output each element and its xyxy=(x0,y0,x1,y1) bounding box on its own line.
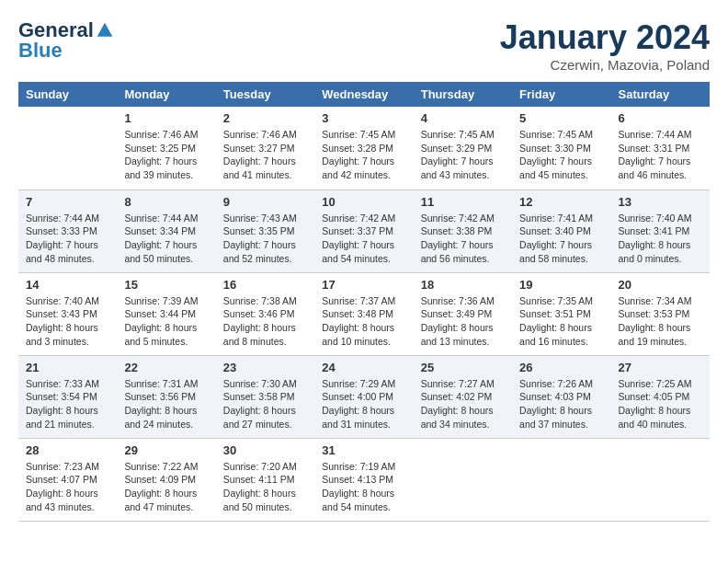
calendar-cell: 3Sunrise: 7:45 AM Sunset: 3:28 PM Daylig… xyxy=(314,107,413,190)
week-row-1: 1Sunrise: 7:46 AM Sunset: 3:25 PM Daylig… xyxy=(18,107,710,190)
header-tuesday: Tuesday xyxy=(216,82,314,107)
day-number: 14 xyxy=(26,278,109,292)
header-friday: Friday xyxy=(512,82,610,107)
calendar-cell: 22Sunrise: 7:31 AM Sunset: 3:56 PM Dayli… xyxy=(117,355,215,438)
calendar-body: 1Sunrise: 7:46 AM Sunset: 3:25 PM Daylig… xyxy=(18,107,710,521)
day-info: Sunrise: 7:36 AM Sunset: 3:49 PM Dayligh… xyxy=(421,294,505,349)
header-saturday: Saturday xyxy=(611,82,710,107)
calendar-cell: 12Sunrise: 7:41 AM Sunset: 3:40 PM Dayli… xyxy=(512,190,610,272)
location: Czerwin, Mazovia, Poland xyxy=(500,57,710,73)
day-info: Sunrise: 7:44 AM Sunset: 3:34 PM Dayligh… xyxy=(124,212,208,266)
day-info: Sunrise: 7:43 AM Sunset: 3:35 PM Dayligh… xyxy=(223,212,307,266)
calendar-cell: 1Sunrise: 7:46 AM Sunset: 3:25 PM Daylig… xyxy=(117,107,215,190)
week-row-3: 14Sunrise: 7:40 AM Sunset: 3:43 PM Dayli… xyxy=(18,272,710,355)
day-number: 4 xyxy=(421,111,505,125)
day-info: Sunrise: 7:42 AM Sunset: 3:38 PM Dayligh… xyxy=(421,212,505,266)
calendar-cell: 30Sunrise: 7:20 AM Sunset: 4:11 PM Dayli… xyxy=(216,438,314,521)
day-info: Sunrise: 7:46 AM Sunset: 3:25 PM Dayligh… xyxy=(124,128,208,182)
calendar-cell: 31Sunrise: 7:19 AM Sunset: 4:13 PM Dayli… xyxy=(314,438,413,521)
calendar-cell: 6Sunrise: 7:44 AM Sunset: 3:31 PM Daylig… xyxy=(611,107,710,190)
day-info: Sunrise: 7:45 AM Sunset: 3:28 PM Dayligh… xyxy=(322,128,405,182)
calendar-cell: 4Sunrise: 7:45 AM Sunset: 3:29 PM Daylig… xyxy=(414,107,512,190)
calendar-cell: 29Sunrise: 7:22 AM Sunset: 4:09 PM Dayli… xyxy=(117,438,215,521)
day-info: Sunrise: 7:26 AM Sunset: 4:03 PM Dayligh… xyxy=(519,377,603,431)
day-info: Sunrise: 7:22 AM Sunset: 4:09 PM Dayligh… xyxy=(124,460,208,514)
day-number: 7 xyxy=(26,195,109,209)
day-number: 27 xyxy=(619,361,702,374)
day-number: 23 xyxy=(223,361,307,374)
day-info: Sunrise: 7:30 AM Sunset: 3:58 PM Dayligh… xyxy=(223,377,307,431)
calendar-cell xyxy=(18,107,117,190)
day-number: 11 xyxy=(421,195,505,209)
calendar-cell: 13Sunrise: 7:40 AM Sunset: 3:41 PM Dayli… xyxy=(611,190,710,272)
day-number: 13 xyxy=(619,195,702,209)
day-number: 22 xyxy=(124,361,208,374)
day-info: Sunrise: 7:38 AM Sunset: 3:46 PM Dayligh… xyxy=(223,294,307,349)
calendar-cell: 26Sunrise: 7:26 AM Sunset: 4:03 PM Dayli… xyxy=(512,355,610,438)
day-number: 25 xyxy=(421,361,505,374)
day-info: Sunrise: 7:29 AM Sunset: 4:00 PM Dayligh… xyxy=(322,377,405,431)
calendar-cell: 28Sunrise: 7:23 AM Sunset: 4:07 PM Dayli… xyxy=(18,438,117,521)
day-info: Sunrise: 7:27 AM Sunset: 4:02 PM Dayligh… xyxy=(421,377,505,431)
day-info: Sunrise: 7:45 AM Sunset: 3:29 PM Dayligh… xyxy=(421,128,505,182)
page-header: General Blue January 2024 Czerwin, Mazov… xyxy=(18,18,710,73)
day-info: Sunrise: 7:40 AM Sunset: 3:43 PM Dayligh… xyxy=(26,294,109,349)
month-title: January 2024 xyxy=(500,18,710,57)
header-sunday: Sunday xyxy=(18,82,117,107)
day-info: Sunrise: 7:19 AM Sunset: 4:13 PM Dayligh… xyxy=(322,460,405,514)
calendar-cell: 21Sunrise: 7:33 AM Sunset: 3:54 PM Dayli… xyxy=(18,355,117,438)
calendar-cell xyxy=(512,438,610,521)
day-number: 8 xyxy=(124,195,208,209)
day-number: 3 xyxy=(322,111,405,125)
calendar-header-row: SundayMondayTuesdayWednesdayThursdayFrid… xyxy=(18,82,710,107)
calendar-cell: 11Sunrise: 7:42 AM Sunset: 3:38 PM Dayli… xyxy=(414,190,512,272)
day-number: 17 xyxy=(322,278,405,292)
day-info: Sunrise: 7:37 AM Sunset: 3:48 PM Dayligh… xyxy=(322,294,405,349)
day-info: Sunrise: 7:40 AM Sunset: 3:41 PM Dayligh… xyxy=(619,212,702,266)
header-wednesday: Wednesday xyxy=(314,82,413,107)
day-number: 26 xyxy=(519,361,603,374)
calendar-cell: 16Sunrise: 7:38 AM Sunset: 3:46 PM Dayli… xyxy=(216,272,314,355)
day-number: 9 xyxy=(223,195,307,209)
calendar-cell: 14Sunrise: 7:40 AM Sunset: 3:43 PM Dayli… xyxy=(18,272,117,355)
calendar-table: SundayMondayTuesdayWednesdayThursdayFrid… xyxy=(18,82,710,522)
day-info: Sunrise: 7:35 AM Sunset: 3:51 PM Dayligh… xyxy=(519,294,603,349)
header-monday: Monday xyxy=(117,82,215,107)
day-number: 6 xyxy=(619,111,702,125)
calendar-cell xyxy=(611,438,710,521)
calendar-cell xyxy=(414,438,512,521)
calendar-cell: 20Sunrise: 7:34 AM Sunset: 3:53 PM Dayli… xyxy=(611,272,710,355)
day-number: 31 xyxy=(322,443,405,457)
day-info: Sunrise: 7:46 AM Sunset: 3:27 PM Dayligh… xyxy=(223,128,307,182)
day-number: 19 xyxy=(519,278,603,292)
day-info: Sunrise: 7:41 AM Sunset: 3:40 PM Dayligh… xyxy=(519,212,603,266)
calendar-cell: 15Sunrise: 7:39 AM Sunset: 3:44 PM Dayli… xyxy=(117,272,215,355)
calendar-cell: 10Sunrise: 7:42 AM Sunset: 3:37 PM Dayli… xyxy=(314,190,413,272)
week-row-2: 7Sunrise: 7:44 AM Sunset: 3:33 PM Daylig… xyxy=(18,190,710,272)
calendar-cell: 9Sunrise: 7:43 AM Sunset: 3:35 PM Daylig… xyxy=(216,190,314,272)
day-number: 15 xyxy=(124,278,208,292)
day-number: 29 xyxy=(124,443,208,457)
day-number: 21 xyxy=(26,361,109,374)
day-info: Sunrise: 7:45 AM Sunset: 3:30 PM Dayligh… xyxy=(519,128,603,182)
week-row-4: 21Sunrise: 7:33 AM Sunset: 3:54 PM Dayli… xyxy=(18,355,710,438)
day-number: 10 xyxy=(322,195,405,209)
title-block: January 2024 Czerwin, Mazovia, Poland xyxy=(500,18,710,73)
day-info: Sunrise: 7:33 AM Sunset: 3:54 PM Dayligh… xyxy=(26,377,109,431)
calendar-cell: 23Sunrise: 7:30 AM Sunset: 3:58 PM Dayli… xyxy=(216,355,314,438)
calendar-cell: 25Sunrise: 7:27 AM Sunset: 4:02 PM Dayli… xyxy=(414,355,512,438)
calendar-cell: 27Sunrise: 7:25 AM Sunset: 4:05 PM Dayli… xyxy=(611,355,710,438)
calendar-cell: 7Sunrise: 7:44 AM Sunset: 3:33 PM Daylig… xyxy=(18,190,117,272)
day-number: 12 xyxy=(519,195,603,209)
day-info: Sunrise: 7:42 AM Sunset: 3:37 PM Dayligh… xyxy=(322,212,405,266)
calendar-cell: 5Sunrise: 7:45 AM Sunset: 3:30 PM Daylig… xyxy=(512,107,610,190)
calendar-cell: 8Sunrise: 7:44 AM Sunset: 3:34 PM Daylig… xyxy=(117,190,215,272)
logo: General Blue xyxy=(18,18,114,63)
day-info: Sunrise: 7:44 AM Sunset: 3:33 PM Dayligh… xyxy=(26,212,109,266)
calendar-cell: 24Sunrise: 7:29 AM Sunset: 4:00 PM Dayli… xyxy=(314,355,413,438)
calendar-cell: 17Sunrise: 7:37 AM Sunset: 3:48 PM Dayli… xyxy=(314,272,413,355)
day-info: Sunrise: 7:44 AM Sunset: 3:31 PM Dayligh… xyxy=(619,128,702,182)
day-number: 2 xyxy=(223,111,307,125)
day-number: 5 xyxy=(519,111,603,125)
logo-icon xyxy=(96,21,114,40)
